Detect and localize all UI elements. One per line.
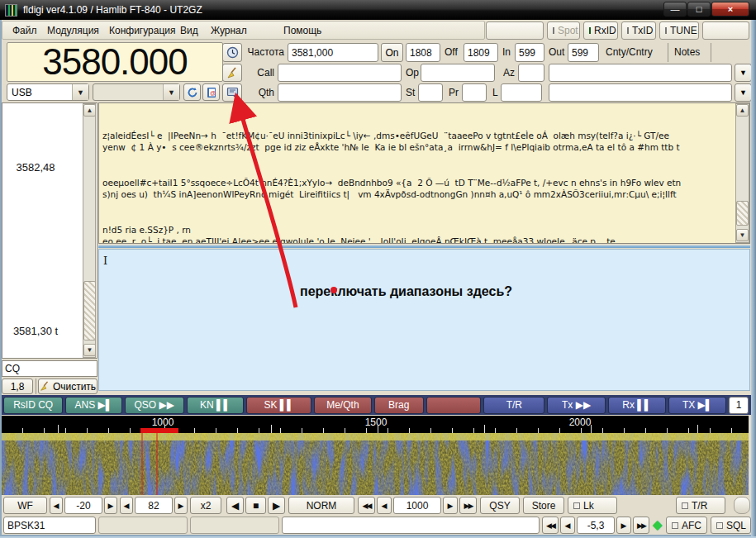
locator-input[interactable] — [501, 83, 542, 102]
call-input[interactable] — [278, 64, 402, 82]
az-input[interactable] — [518, 64, 544, 82]
scroll-down-icon[interactable]: ▼ — [736, 229, 749, 241]
tr-toggle[interactable]: T/R — [676, 497, 725, 514]
afc-value-input[interactable] — [577, 517, 615, 534]
macro-me-qth[interactable]: Me/Qth — [314, 397, 371, 414]
frequency-display[interactable]: 3580.000 — [7, 42, 223, 82]
macro-tx[interactable]: Tx ▶▶ — [547, 397, 605, 414]
carrier-left-button[interactable]: ◀ — [377, 497, 392, 514]
gain-right-button[interactable]: ▶ — [104, 497, 117, 514]
mode-select[interactable]: USB ▼ — [7, 83, 89, 101]
menu-file[interactable]: Файл — [12, 25, 37, 36]
menu-view[interactable]: Вид — [180, 25, 198, 36]
frequency-list[interactable]: 3582,48 3581,30 t ▲ ▼ — [2, 102, 97, 359]
list-scroll-thumb[interactable] — [83, 281, 96, 340]
tune-toggle[interactable]: TUNE — [659, 21, 699, 40]
menu-op-mode[interactable]: Модуляция — [47, 25, 99, 36]
country-dropdown-button[interactable]: ▼ — [735, 64, 752, 82]
notes-input[interactable] — [549, 83, 732, 102]
store-button[interactable]: Store — [523, 497, 564, 514]
cq-search-field[interactable] — [2, 360, 97, 377]
afc-dright-button[interactable]: ▶▶ — [633, 517, 649, 534]
receive-text-pane[interactable]: z¦aIeidÉesI└ e |IPeeNn→ h ¯et!fKM¢u·¯eU … — [98, 102, 750, 244]
pane-splitter[interactable] — [98, 245, 750, 248]
wf-mode-button[interactable]: WF — [3, 497, 47, 514]
time-on-input[interactable] — [406, 43, 440, 62]
macro-rx[interactable]: Rx ▌▌ — [608, 397, 666, 414]
scroll-up-icon[interactable]: ▲ — [83, 104, 96, 117]
gain-input[interactable] — [64, 497, 102, 514]
list-item[interactable]: 3582,48 — [2, 161, 69, 174]
chevron-down-icon[interactable]: ▼ — [72, 84, 88, 100]
txid-toggle[interactable]: TxID — [621, 21, 656, 40]
lock-toggle[interactable]: Lk — [568, 497, 617, 514]
afc-toggle[interactable]: AFC — [666, 517, 707, 534]
macro-ans[interactable]: ANS ▶▌ — [65, 397, 121, 414]
wf-shift-right-button[interactable]: ▶ — [268, 497, 285, 514]
scroll-up-icon[interactable]: ▲ — [736, 104, 749, 117]
list-item[interactable]: 3581,30 t — [2, 325, 69, 337]
wf-speed-button[interactable]: NORM — [288, 497, 354, 514]
clear-list-button[interactable]: Очистить — [38, 379, 97, 394]
wf-slider[interactable] — [734, 497, 750, 514]
wf-stop-button[interactable]: ■ — [245, 497, 266, 514]
sql-toggle[interactable]: SQL — [711, 517, 751, 534]
qth-input[interactable] — [278, 83, 402, 102]
macro-blank[interactable] — [426, 397, 481, 414]
macro-page-button[interactable]: 1 — [729, 397, 749, 414]
carrier-dright-button[interactable]: ▶▶ — [459, 497, 477, 514]
transmit-text-pane[interactable]: I переключать диапазоны здесь? — [98, 249, 750, 391]
resync-button[interactable] — [183, 83, 201, 101]
qso-timer-button[interactable] — [222, 43, 242, 62]
country-input[interactable] — [549, 64, 732, 82]
range-right-button[interactable]: ▶ — [174, 497, 188, 514]
range-left-button[interactable]: ◀ — [120, 497, 133, 514]
maximize-button[interactable]: □ — [687, 2, 711, 17]
minimize-button[interactable]: — — [663, 2, 687, 17]
macro-qso[interactable]: QSO ▶▶ — [125, 397, 184, 414]
carrier-dleft-button[interactable]: ◀◀ — [358, 497, 375, 514]
spot-toggle[interactable]: Spot — [547, 21, 580, 40]
op-input[interactable] — [421, 64, 495, 82]
menu-configure[interactable]: Конфигурация — [109, 25, 176, 36]
scroll-down-icon[interactable]: ▼ — [83, 344, 96, 356]
waterfall-ruler[interactable]: 1000 1500 2000 — [2, 416, 749, 433]
rx-scroll-thumb[interactable] — [736, 201, 749, 226]
carrier-input[interactable] — [393, 497, 441, 514]
st-input[interactable] — [418, 83, 443, 102]
notes-dropdown-button[interactable]: ▼ — [735, 83, 752, 102]
tab-notes[interactable]: Notes — [674, 46, 700, 58]
close-button[interactable]: × — [711, 2, 749, 17]
band-select-button[interactable] — [222, 83, 242, 102]
rxid-toggle[interactable]: RxID — [583, 21, 618, 40]
wf-zoom-button[interactable]: x2 — [190, 497, 221, 514]
wf-shift-left-button[interactable]: ◀ — [226, 497, 244, 514]
time-on-button[interactable]: On — [381, 43, 403, 62]
logbook-button[interactable]: @ — [202, 83, 220, 101]
waterfall-display[interactable] — [2, 433, 749, 495]
macro-tr[interactable]: T/R — [483, 397, 544, 414]
macro-tx2[interactable]: TX ▶▌ — [668, 397, 726, 414]
rst-out-input[interactable] — [568, 43, 599, 62]
gain-left-button[interactable]: ◀ — [50, 497, 63, 514]
pr-input[interactable] — [462, 83, 487, 102]
afc-left-button[interactable]: ◀ — [560, 517, 575, 534]
carrier-right-button[interactable]: ▶ — [443, 497, 458, 514]
qsy-button[interactable]: QSY — [480, 497, 520, 514]
tab-cnty-cntry[interactable]: Cnty/Cntry — [606, 46, 653, 58]
macro-brag[interactable]: Brag — [374, 397, 424, 414]
macro-rsid-cq[interactable]: RsID CQ — [3, 397, 63, 414]
macro-kn[interactable]: KN ▌▌ — [187, 397, 244, 414]
macro-sk[interactable]: SK ▌▌ — [246, 397, 311, 414]
menu-help[interactable]: Помощь — [283, 25, 321, 36]
afc-right-button[interactable]: ▶ — [616, 517, 631, 534]
log-frequency-input[interactable] — [288, 43, 378, 62]
wf-zoom-level-button[interactable]: 1,8 — [2, 379, 33, 394]
clear-log-button[interactable] — [222, 64, 242, 82]
afc-dleft-button[interactable]: ◀◀ — [542, 517, 559, 534]
titlebar[interactable]: fldigi ver4.1.09 / Hamlib FT-840 - UT2GZ… — [0, 0, 756, 20]
menu-logbook[interactable]: Журнал — [211, 25, 247, 36]
range-input[interactable] — [135, 497, 173, 514]
time-off-input[interactable] — [464, 43, 498, 62]
mode-status-field[interactable] — [3, 517, 96, 534]
